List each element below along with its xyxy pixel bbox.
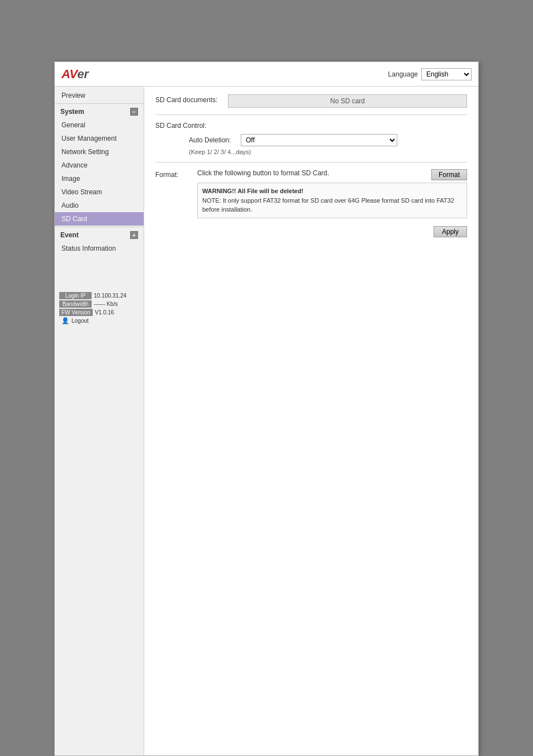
warning-line1: WARNING!! All File will be deleted! (202, 186, 462, 196)
logout-row[interactable]: 👤 Logout (59, 317, 139, 324)
bandwidth-row: Bandwidth ------ Kb/s (59, 300, 139, 308)
system-toggle-icon: − (130, 108, 138, 116)
bandwidth-value: ------ Kb/s (94, 301, 118, 307)
logo-av: AV (61, 67, 77, 81)
sidebar-event-label: Event (60, 231, 79, 239)
logo-er: er (77, 67, 89, 81)
sd-card-documents-value: No SD card (228, 94, 467, 108)
sidebar-item-network-setting[interactable]: Network Setting (55, 145, 144, 159)
sidebar: Preview System − General User Management… (55, 87, 144, 755)
language-label: Language (388, 70, 418, 78)
header-right: Language English Chinese Japanese (388, 68, 472, 80)
login-ip-value: 10.100.31.24 (94, 293, 126, 299)
sidebar-item-advance[interactable]: Advance (55, 159, 144, 172)
fw-version-row: FW Version V1.0.16 (59, 309, 139, 316)
format-row: Format: Click the following button to fo… (155, 169, 467, 218)
auto-deletion-hint: (Keep 1/ 2/ 3/ 4...days) (189, 149, 467, 155)
user-icon: 👤 (61, 317, 69, 324)
sidebar-item-sd-card[interactable]: SD Card (55, 212, 144, 226)
format-button[interactable]: Format (431, 169, 467, 180)
apply-row: Apply (155, 226, 467, 237)
warning-line2: NOTE: It only support FAT32 format for S… (202, 196, 462, 214)
auto-deletion-select[interactable]: Off 1 day 2 days 3 days 4 days (241, 134, 397, 146)
sidebar-item-image[interactable]: Image (55, 172, 144, 185)
logo: AVer (61, 67, 89, 82)
sidebar-bottom: Login IP 10.100.31.24 Bandwidth ------ K… (55, 289, 144, 328)
sidebar-item-general[interactable]: General (55, 118, 144, 132)
fw-version-btn[interactable]: FW Version (59, 309, 93, 316)
apply-button[interactable]: Apply (434, 226, 467, 237)
sidebar-system-label: System (60, 108, 84, 116)
format-label: Format: (155, 169, 192, 179)
sidebar-section-event[interactable]: Event + (55, 228, 144, 242)
divider-2 (155, 162, 467, 162)
sidebar-section-system[interactable]: System − (55, 105, 144, 118)
login-ip-row: Login IP 10.100.31.24 (59, 292, 139, 299)
sidebar-item-video-stream[interactable]: Video Stream (55, 185, 144, 199)
main-layout: Preview System − General User Management… (55, 87, 478, 755)
header: AVer Language English Chinese Japanese (55, 62, 478, 87)
sd-card-control-section: SD Card Control: Auto Deletion: Off 1 da… (155, 122, 467, 155)
sd-card-documents-label: SD Card documents: (155, 94, 228, 104)
format-desc-text: Click the following button to format SD … (197, 169, 427, 177)
format-section: Format: Click the following button to fo… (155, 169, 467, 218)
sidebar-item-user-management[interactable]: User Management (55, 132, 144, 145)
sd-card-documents-row: SD Card documents: No SD card (155, 94, 467, 108)
login-ip-btn[interactable]: Login IP (59, 292, 92, 299)
no-sd-card-box: No SD card (228, 94, 467, 108)
event-toggle-icon: + (130, 231, 138, 239)
format-desc-row: Click the following button to format SD … (197, 169, 467, 180)
warning-box: WARNING!! All File will be deleted! NOTE… (197, 183, 467, 218)
divider-1 (155, 114, 467, 115)
auto-deletion-label: Auto Deletion: (189, 136, 236, 144)
content-area: SD Card documents: No SD card SD Card Co… (144, 87, 478, 755)
sidebar-item-audio[interactable]: Audio (55, 199, 144, 212)
format-right: Click the following button to format SD … (197, 169, 467, 218)
fw-version-value: V1.0.16 (95, 309, 114, 315)
auto-deletion-row: Auto Deletion: Off 1 day 2 days 3 days 4… (189, 134, 467, 146)
language-select[interactable]: English Chinese Japanese (421, 68, 472, 80)
logout-label: Logout (72, 318, 89, 324)
bandwidth-btn[interactable]: Bandwidth (59, 300, 92, 308)
sd-card-control-title: SD Card Control: (155, 122, 467, 130)
sidebar-item-status[interactable]: Status Information (55, 242, 144, 255)
sidebar-item-preview[interactable]: Preview (55, 89, 144, 102)
